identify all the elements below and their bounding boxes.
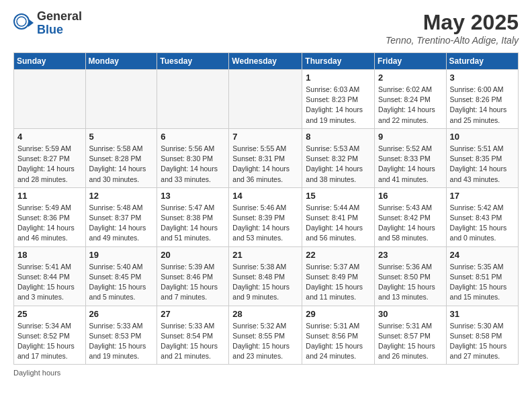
day-info: Sunrise: 5:43 AMSunset: 8:42 PMDaylight:…	[378, 203, 443, 244]
day-info: Sunrise: 5:39 AMSunset: 8:46 PMDaylight:…	[161, 262, 225, 303]
calendar-day-cell: 5Sunrise: 5:58 AMSunset: 8:28 PMDaylight…	[85, 128, 157, 187]
svg-point-1	[17, 17, 26, 26]
header: General Blue May 2025 Tenno, Trentino-Al…	[13, 10, 519, 46]
day-info: Sunrise: 5:34 AMSunset: 8:52 PMDaylight:…	[17, 321, 82, 362]
calendar-day-cell: 24Sunrise: 5:35 AMSunset: 8:51 PMDayligh…	[446, 246, 518, 306]
day-info: Sunrise: 5:55 AMSunset: 8:31 PMDaylight:…	[232, 144, 298, 185]
day-info: Sunrise: 6:00 AMSunset: 8:26 PMDaylight:…	[450, 85, 515, 126]
calendar-day-cell: 29Sunrise: 5:31 AMSunset: 8:56 PMDayligh…	[302, 306, 375, 365]
day-info: Sunrise: 5:51 AMSunset: 8:35 PMDaylight:…	[450, 144, 515, 185]
day-number: 13	[161, 191, 225, 201]
calendar-day-cell: 10Sunrise: 5:51 AMSunset: 8:35 PMDayligh…	[446, 128, 518, 187]
day-number: 7	[232, 132, 298, 142]
day-number: 23	[378, 250, 443, 260]
calendar-day-cell	[157, 70, 229, 129]
calendar-day-cell: 15Sunrise: 5:44 AMSunset: 8:41 PMDayligh…	[302, 187, 375, 246]
day-info: Sunrise: 6:02 AMSunset: 8:24 PMDaylight:…	[378, 85, 443, 126]
day-info: Sunrise: 5:48 AMSunset: 8:37 PMDaylight:…	[89, 203, 154, 244]
day-number: 11	[17, 191, 82, 201]
calendar-week-row: 1Sunrise: 6:03 AMSunset: 8:23 PMDaylight…	[14, 70, 519, 129]
day-number: 24	[450, 250, 515, 260]
calendar-day-cell: 22Sunrise: 5:37 AMSunset: 8:49 PMDayligh…	[302, 246, 375, 306]
day-info: Sunrise: 5:32 AMSunset: 8:55 PMDaylight:…	[232, 321, 298, 362]
logo: General Blue	[13, 10, 82, 37]
day-number: 5	[89, 132, 154, 142]
calendar-day-cell: 20Sunrise: 5:39 AMSunset: 8:46 PMDayligh…	[157, 246, 229, 306]
day-info: Sunrise: 5:58 AMSunset: 8:28 PMDaylight:…	[89, 144, 154, 185]
day-number: 8	[306, 132, 371, 142]
calendar-week-row: 18Sunrise: 5:41 AMSunset: 8:44 PMDayligh…	[14, 246, 519, 306]
calendar-day-cell: 16Sunrise: 5:43 AMSunset: 8:42 PMDayligh…	[375, 187, 447, 246]
calendar-day-cell: 4Sunrise: 5:59 AMSunset: 8:27 PMDaylight…	[14, 128, 86, 187]
day-info: Sunrise: 5:31 AMSunset: 8:57 PMDaylight:…	[378, 321, 443, 362]
calendar-day-cell	[229, 70, 302, 129]
calendar-day-cell: 8Sunrise: 5:53 AMSunset: 8:32 PMDaylight…	[302, 128, 375, 187]
calendar-day-cell: 19Sunrise: 5:40 AMSunset: 8:45 PMDayligh…	[85, 246, 157, 306]
page: General Blue May 2025 Tenno, Trentino-Al…	[0, 0, 532, 387]
day-number: 15	[306, 191, 371, 201]
calendar-day-header: Thursday	[302, 53, 375, 70]
calendar-day-cell: 11Sunrise: 5:49 AMSunset: 8:36 PMDayligh…	[14, 187, 86, 246]
calendar-day-cell: 1Sunrise: 6:03 AMSunset: 8:23 PMDaylight…	[302, 70, 375, 129]
day-info: Sunrise: 5:40 AMSunset: 8:45 PMDaylight:…	[89, 262, 154, 303]
day-number: 2	[378, 73, 443, 83]
calendar-day-cell: 3Sunrise: 6:00 AMSunset: 8:26 PMDaylight…	[446, 70, 518, 129]
logo-icon	[13, 13, 34, 34]
location-subtitle: Tenno, Trentino-Alto Adige, Italy	[386, 35, 519, 46]
day-number: 29	[306, 309, 371, 319]
day-number: 22	[306, 250, 371, 260]
day-info: Sunrise: 5:31 AMSunset: 8:56 PMDaylight:…	[306, 321, 371, 362]
day-info: Sunrise: 5:30 AMSunset: 8:58 PMDaylight:…	[450, 321, 515, 362]
day-info: Sunrise: 5:42 AMSunset: 8:43 PMDaylight:…	[450, 203, 515, 244]
calendar-day-header: Wednesday	[229, 53, 302, 70]
day-number: 20	[161, 250, 225, 260]
month-year-title: May 2025	[386, 10, 519, 35]
day-number: 16	[378, 191, 443, 201]
calendar-table: SundayMondayTuesdayWednesdayThursdayFrid…	[13, 52, 519, 365]
day-number: 3	[450, 73, 515, 83]
calendar-day-cell: 21Sunrise: 5:38 AMSunset: 8:48 PMDayligh…	[229, 246, 302, 306]
footer-note: Daylight hours	[13, 369, 519, 377]
calendar-day-cell: 25Sunrise: 5:34 AMSunset: 8:52 PMDayligh…	[14, 306, 86, 365]
day-info: Sunrise: 5:46 AMSunset: 8:39 PMDaylight:…	[232, 203, 298, 244]
calendar-day-cell: 17Sunrise: 5:42 AMSunset: 8:43 PMDayligh…	[446, 187, 518, 246]
day-info: Sunrise: 5:36 AMSunset: 8:50 PMDaylight:…	[378, 262, 443, 303]
calendar-day-cell: 6Sunrise: 5:56 AMSunset: 8:30 PMDaylight…	[157, 128, 229, 187]
day-number: 27	[161, 309, 225, 319]
logo-blue-text: Blue	[37, 24, 82, 37]
calendar-day-cell: 14Sunrise: 5:46 AMSunset: 8:39 PMDayligh…	[229, 187, 302, 246]
calendar-day-cell: 30Sunrise: 5:31 AMSunset: 8:57 PMDayligh…	[375, 306, 447, 365]
calendar-week-row: 4Sunrise: 5:59 AMSunset: 8:27 PMDaylight…	[14, 128, 519, 187]
day-number: 4	[17, 132, 82, 142]
day-info: Sunrise: 6:03 AMSunset: 8:23 PMDaylight:…	[306, 85, 371, 126]
calendar-day-cell: 9Sunrise: 5:52 AMSunset: 8:33 PMDaylight…	[375, 128, 447, 187]
calendar-day-cell: 2Sunrise: 6:02 AMSunset: 8:24 PMDaylight…	[375, 70, 447, 129]
day-info: Sunrise: 5:56 AMSunset: 8:30 PMDaylight:…	[161, 144, 225, 185]
day-number: 18	[17, 250, 82, 260]
calendar-day-cell: 12Sunrise: 5:48 AMSunset: 8:37 PMDayligh…	[85, 187, 157, 246]
calendar-day-cell: 18Sunrise: 5:41 AMSunset: 8:44 PMDayligh…	[14, 246, 86, 306]
calendar-day-cell: 23Sunrise: 5:36 AMSunset: 8:50 PMDayligh…	[375, 246, 447, 306]
calendar-day-header: Sunday	[14, 53, 86, 70]
calendar-day-cell: 27Sunrise: 5:33 AMSunset: 8:54 PMDayligh…	[157, 306, 229, 365]
day-number: 25	[17, 309, 82, 319]
day-number: 10	[450, 132, 515, 142]
day-info: Sunrise: 5:38 AMSunset: 8:48 PMDaylight:…	[232, 262, 298, 303]
calendar-day-header: Friday	[375, 53, 447, 70]
day-info: Sunrise: 5:35 AMSunset: 8:51 PMDaylight:…	[450, 262, 515, 303]
day-number: 17	[450, 191, 515, 201]
svg-marker-2	[28, 19, 34, 27]
day-number: 14	[232, 191, 298, 201]
day-info: Sunrise: 5:53 AMSunset: 8:32 PMDaylight:…	[306, 144, 371, 185]
day-info: Sunrise: 5:37 AMSunset: 8:49 PMDaylight:…	[306, 262, 371, 303]
day-info: Sunrise: 5:52 AMSunset: 8:33 PMDaylight:…	[378, 144, 443, 185]
day-info: Sunrise: 5:41 AMSunset: 8:44 PMDaylight:…	[17, 262, 82, 303]
logo-general-text: General	[37, 10, 82, 24]
title-section: May 2025 Tenno, Trentino-Alto Adige, Ita…	[386, 10, 519, 46]
day-number: 1	[306, 73, 371, 83]
calendar-day-cell	[85, 70, 157, 129]
calendar-day-cell: 28Sunrise: 5:32 AMSunset: 8:55 PMDayligh…	[229, 306, 302, 365]
calendar-day-cell: 26Sunrise: 5:33 AMSunset: 8:53 PMDayligh…	[85, 306, 157, 365]
day-info: Sunrise: 5:59 AMSunset: 8:27 PMDaylight:…	[17, 144, 82, 185]
day-info: Sunrise: 5:33 AMSunset: 8:54 PMDaylight:…	[161, 321, 225, 362]
